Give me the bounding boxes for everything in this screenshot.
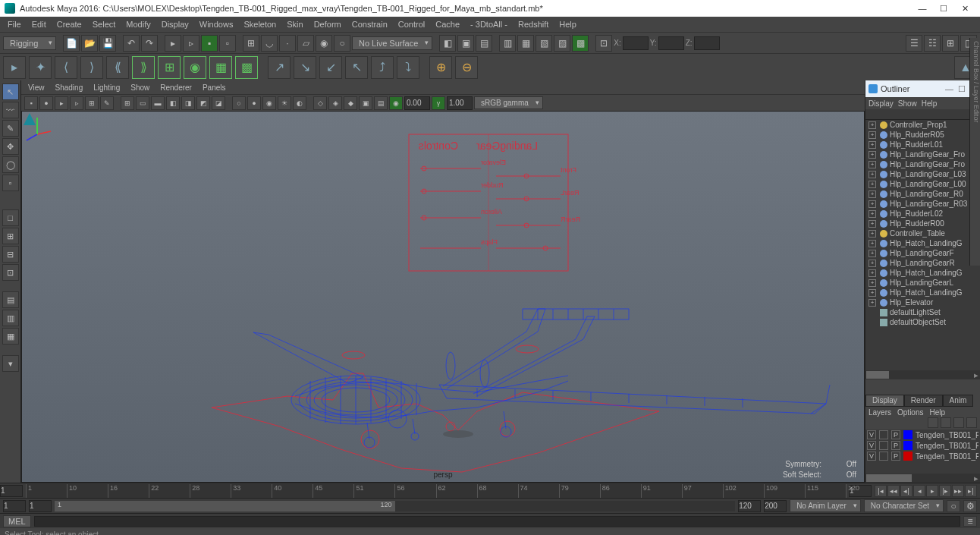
outliner-item[interactable]: +Hlp_LandingGear_R03 bbox=[865, 199, 980, 209]
pt-wireframe[interactable]: ○ bbox=[232, 96, 246, 110]
play-back-button[interactable]: ◂ bbox=[913, 485, 925, 497]
shelf-bind-skin-icon[interactable]: ◉ bbox=[184, 56, 206, 79]
outliner-item[interactable]: +Controller_Table bbox=[865, 228, 980, 238]
outliner-item[interactable]: +Hlp_Elevator bbox=[865, 297, 980, 307]
shelf-wrap-icon[interactable]: ↖ bbox=[345, 56, 368, 79]
range-slider[interactable]: 1120 bbox=[55, 501, 735, 511]
current-frame-left[interactable] bbox=[0, 485, 23, 497]
outliner-item[interactable]: +Hlp_RudderL01 bbox=[865, 140, 980, 149]
layout-custom[interactable]: ▾ bbox=[2, 355, 19, 372]
menu-windows[interactable]: Windows bbox=[195, 18, 238, 30]
outliner-item[interactable]: +Hlp_RudderR00 bbox=[865, 219, 980, 228]
snap-grid-button[interactable]: ⊞ bbox=[243, 35, 259, 52]
anim-layer-dropdown[interactable]: No Anim Layer bbox=[790, 499, 861, 512]
render-view-button[interactable]: ▧ bbox=[536, 35, 552, 52]
outliner-hscroll[interactable]: ▸ bbox=[865, 370, 980, 379]
shelf-lattice-icon[interactable]: ↘ bbox=[294, 56, 316, 79]
sidebar-toggle-2[interactable]: ☷ bbox=[924, 35, 941, 52]
menu-cache[interactable]: Cache bbox=[431, 18, 464, 30]
panel-menu-renderer[interactable]: Renderer bbox=[156, 83, 196, 93]
live-surface-dropdown[interactable]: No Live Surface bbox=[352, 36, 432, 50]
outliner-item[interactable]: +Hlp_LandingGear_R0 bbox=[865, 189, 980, 199]
shelf-orient-joint-icon[interactable]: ⊞ bbox=[158, 56, 181, 79]
outliner-item[interactable]: +Hlp_Hatch_LandingG bbox=[865, 288, 980, 297]
outliner-item[interactable]: +Hlp_LandingGear_L00 bbox=[865, 179, 980, 189]
step-back-button[interactable]: ◂| bbox=[900, 485, 912, 497]
command-input[interactable] bbox=[34, 516, 960, 527]
viewport[interactable]: Controls LandingGear Elevator Rudder Ail… bbox=[21, 111, 865, 483]
rotate-tool[interactable]: ◯ bbox=[2, 156, 19, 173]
time-ruler[interactable]: 1101622283340455156626874798691971021091… bbox=[26, 484, 846, 498]
layer-menu-layers[interactable]: Layers bbox=[868, 408, 891, 417]
range-start-inner[interactable] bbox=[29, 500, 52, 512]
layer-new-selected[interactable] bbox=[966, 417, 977, 428]
new-scene-button[interactable]: 📄 bbox=[63, 35, 80, 52]
layout-two-h[interactable]: ⊟ bbox=[2, 246, 19, 263]
character-set-dropdown[interactable]: No Character Set bbox=[864, 499, 944, 512]
step-fwd-button[interactable]: |▸ bbox=[939, 485, 951, 497]
layer-row[interactable]: VPTengden_TB001_Rigge bbox=[865, 451, 980, 461]
softselect-value[interactable]: Off bbox=[847, 470, 856, 479]
layout-four[interactable]: ⊞ bbox=[2, 228, 19, 244]
menu-select[interactable]: Select bbox=[88, 18, 121, 30]
outliner-item[interactable]: +Hlp_LandingGearL bbox=[865, 278, 980, 288]
pt-safe-action[interactable]: ◩ bbox=[196, 96, 210, 110]
script-editor-button[interactable]: ≡ bbox=[963, 516, 977, 527]
step-fwd-key-button[interactable]: ▸▸ bbox=[952, 485, 964, 497]
outliner-item[interactable]: +Hlp_LandingGearF bbox=[865, 248, 980, 258]
select-object-button[interactable]: ▹ bbox=[183, 35, 199, 52]
channel-box-tab[interactable]: Channel Box / Layer Editor bbox=[969, 38, 980, 266]
go-end-button[interactable]: ▸| bbox=[965, 485, 977, 497]
symmetry-value[interactable]: Off bbox=[847, 460, 856, 468]
shelf-joint-icon[interactable]: ✦ bbox=[29, 56, 52, 79]
pt-textured[interactable]: ◉ bbox=[262, 96, 276, 110]
snap-point-button[interactable]: · bbox=[279, 35, 296, 52]
menu-deform[interactable]: Deform bbox=[309, 18, 346, 30]
pt-xray-joints[interactable]: ◆ bbox=[344, 96, 357, 110]
outliner-titlebar[interactable]: Outliner — ☐ ✕ bbox=[865, 80, 980, 97]
sidebar-toggle-1[interactable]: ☰ bbox=[906, 35, 922, 52]
maximize-button[interactable]: ☐ bbox=[933, 2, 954, 15]
layout-outliner[interactable]: ▦ bbox=[2, 328, 19, 345]
outliner-menu-display[interactable]: Display bbox=[868, 99, 894, 108]
pt-xray[interactable]: ◈ bbox=[328, 96, 342, 110]
pt-camera-attr[interactable]: ● bbox=[39, 96, 53, 110]
outliner-item[interactable]: defaultObjectSet bbox=[865, 317, 980, 327]
menu-edit[interactable]: Edit bbox=[27, 18, 51, 30]
hypershade-button[interactable]: ▦ bbox=[517, 35, 534, 52]
move-tool[interactable]: ✥ bbox=[2, 138, 19, 155]
paint-select-tool[interactable]: ✎ bbox=[2, 120, 19, 137]
save-scene-button[interactable]: 💾 bbox=[99, 35, 116, 52]
lasso-tool[interactable]: 〰 bbox=[2, 102, 19, 118]
x-input[interactable] bbox=[623, 36, 649, 50]
auto-key-button[interactable]: ○ bbox=[947, 500, 960, 512]
outliner-tree[interactable]: +Controller_Prop1+Hlp_RudderR05+Hlp_Rudd… bbox=[865, 120, 980, 370]
pt-camera-select[interactable]: ▪ bbox=[24, 96, 38, 110]
layer-menu-options[interactable]: Options bbox=[897, 408, 923, 417]
go-start-button[interactable]: |◂ bbox=[875, 485, 887, 497]
sidebar-toggle-3[interactable]: ⊞ bbox=[942, 35, 959, 52]
layout-three-b[interactable]: ▥ bbox=[2, 310, 19, 326]
panel-menu-lighting[interactable]: Lighting bbox=[90, 83, 124, 93]
pt-gamma-input[interactable] bbox=[447, 96, 473, 110]
pt-isolate[interactable]: ◇ bbox=[313, 96, 327, 110]
outliner-item[interactable]: +Hlp_LandingGear_Fro bbox=[865, 159, 980, 169]
render-button[interactable]: ▣ bbox=[457, 35, 474, 52]
y-input[interactable] bbox=[658, 36, 684, 50]
close-button[interactable]: ✕ bbox=[954, 2, 975, 15]
light-editor-button[interactable]: ▨ bbox=[554, 35, 570, 52]
undo-button[interactable]: ↶ bbox=[123, 35, 140, 52]
minimize-button[interactable]: — bbox=[912, 2, 933, 15]
outliner-menu-show[interactable]: Show bbox=[898, 99, 917, 108]
menu-skin[interactable]: Skin bbox=[282, 18, 307, 30]
pt-shadows[interactable]: ◐ bbox=[293, 96, 306, 110]
pt-exposure-input[interactable] bbox=[404, 96, 430, 110]
shelf-blend-icon[interactable]: ↙ bbox=[319, 56, 342, 79]
shelf-detach-skin-icon[interactable]: ▦ bbox=[209, 56, 232, 79]
outliner-minimize[interactable]: — bbox=[945, 84, 953, 94]
layout-three-a[interactable]: ▤ bbox=[2, 291, 19, 308]
outliner-item[interactable]: +Hlp_Hatch_LandingG bbox=[865, 268, 980, 278]
menu-display[interactable]: Display bbox=[157, 18, 193, 30]
menu-modify[interactable]: Modify bbox=[121, 18, 155, 30]
ipr-render-button[interactable]: ▤ bbox=[476, 35, 492, 52]
